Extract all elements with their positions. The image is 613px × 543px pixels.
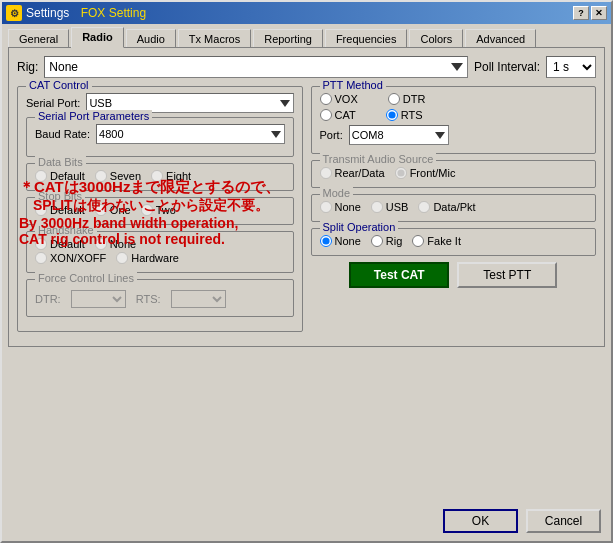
rig-row: Rig: None Poll Interval: 1 s (17, 56, 596, 78)
two-col-layout: CAT Control Serial Port: USB Serial Port… (17, 86, 596, 338)
ptt-dtr[interactable]: DTR (388, 93, 426, 105)
stop-bits-default[interactable]: Default (35, 204, 85, 216)
stop-bits-one[interactable]: One (95, 204, 131, 216)
radio-panel: Rig: None Poll Interval: 1 s CAT Control (8, 47, 605, 347)
rig-label: Rig: (17, 60, 38, 74)
mode-usb[interactable]: USB (371, 201, 409, 213)
force-control-title: Force Control Lines (35, 272, 137, 284)
transmit-audio-title: Transmit Audio Source (320, 153, 437, 165)
serial-params-group: Serial Port Parameters Baud Rate: 4800 (26, 117, 294, 157)
dtr-rts-row: DTR: RTS: (35, 290, 285, 308)
ptt-row2: CAT RTS (320, 109, 588, 121)
data-bits-title: Data Bits (35, 156, 86, 168)
data-bits-eight[interactable]: Eight (151, 170, 191, 182)
title-setting: FOX Setting (81, 6, 146, 20)
data-bits-row: Default Seven Eight (35, 170, 285, 182)
audio-rear-data[interactable]: Rear/Data (320, 167, 385, 179)
ptt-cat[interactable]: CAT (320, 109, 356, 121)
cancel-button[interactable]: Cancel (526, 509, 601, 533)
ptt-row1: VOX DTR (320, 93, 588, 105)
stop-bits-two[interactable]: Two (141, 204, 176, 216)
cat-control-title: CAT Control (26, 79, 92, 91)
split-fake-it[interactable]: Fake It (412, 235, 461, 247)
cat-control-group: CAT Control Serial Port: USB Serial Port… (17, 86, 303, 332)
title-fox: Settings (26, 6, 69, 20)
test-buttons-row: Test CAT Test PTT (311, 262, 597, 288)
ptt-rts[interactable]: RTS (386, 109, 423, 121)
hs-xon[interactable]: XON/XOFF (35, 252, 106, 264)
serial-params-title: Serial Port Parameters (35, 110, 152, 122)
mode-none[interactable]: None (320, 201, 361, 213)
handshake-group: Handshake Default None (26, 231, 294, 273)
ptt-method-group: PTT Method VOX DTR (311, 86, 597, 154)
handshake-row2: XON/XOFF Hardware (35, 252, 285, 264)
port-label: Port: (320, 129, 343, 141)
rts-label: RTS: (136, 293, 161, 305)
handshake-title: Handshake (35, 224, 97, 236)
tab-general[interactable]: General (8, 29, 69, 48)
split-row: None Rig Fake It (320, 235, 588, 247)
audio-source-row: Rear/Data Front/Mic (320, 167, 588, 179)
tab-audio[interactable]: Audio (126, 29, 176, 48)
close-button[interactable]: ✕ (591, 6, 607, 20)
port-row: Port: COM8 (320, 125, 588, 145)
mode-group: Mode None USB (311, 194, 597, 222)
split-operation-title: Split Operation (320, 221, 399, 233)
test-cat-button[interactable]: Test CAT (349, 262, 449, 288)
stop-bits-group: Stop Bits Default One (26, 197, 294, 225)
main-window: ⚙ Settings FOX Setting ? ✕ General Radio… (0, 0, 613, 543)
mode-data-pkt[interactable]: Data/Pkt (418, 201, 475, 213)
serial-port-label: Serial Port: (26, 97, 80, 109)
split-none[interactable]: None (320, 235, 361, 247)
bottom-buttons: OK Cancel (443, 509, 601, 533)
force-control-group: Force Control Lines DTR: RTS: (26, 279, 294, 317)
ptt-vox[interactable]: VOX (320, 93, 358, 105)
port-select[interactable]: COM8 (349, 125, 449, 145)
poll-interval-label: Poll Interval: (474, 60, 540, 74)
tab-bar: General Radio Audio Tx Macros Reporting … (8, 29, 605, 48)
rts-select[interactable] (171, 290, 226, 308)
title-controls: ? ✕ (573, 6, 607, 20)
data-bits-group: Data Bits Default Seven (26, 163, 294, 191)
transmit-audio-group: Transmit Audio Source Rear/Data Front/Mi… (311, 160, 597, 188)
app-icon: ⚙ (6, 5, 22, 21)
baud-label: Baud Rate: (35, 128, 90, 140)
left-column: CAT Control Serial Port: USB Serial Port… (17, 86, 303, 338)
hs-hardware[interactable]: Hardware (116, 252, 179, 264)
split-operation-group: Split Operation None Rig (311, 228, 597, 256)
audio-front-mic[interactable]: Front/Mic (395, 167, 456, 179)
tab-radio[interactable]: Radio (71, 27, 124, 48)
dtr-label: DTR: (35, 293, 61, 305)
hs-none[interactable]: None (95, 238, 136, 250)
ptt-method-title: PTT Method (320, 79, 386, 91)
test-ptt-button[interactable]: Test PTT (457, 262, 557, 288)
baud-select[interactable]: 4800 (96, 124, 284, 144)
mode-row: None USB Data/Pkt (320, 201, 588, 213)
help-button[interactable]: ? (573, 6, 589, 20)
tab-tx-macros[interactable]: Tx Macros (178, 29, 251, 48)
right-column: PTT Method VOX DTR (311, 86, 597, 338)
rig-select[interactable]: None (44, 56, 468, 78)
tab-advanced[interactable]: Advanced (465, 29, 536, 48)
stop-bits-row: Default One Two (35, 204, 285, 216)
tab-reporting[interactable]: Reporting (253, 29, 323, 48)
baud-rate-row: Baud Rate: 4800 (35, 124, 285, 144)
data-bits-seven[interactable]: Seven (95, 170, 141, 182)
data-bits-default[interactable]: Default (35, 170, 85, 182)
title-bar: ⚙ Settings FOX Setting ? ✕ (2, 2, 611, 24)
dtr-select[interactable] (71, 290, 126, 308)
split-rig[interactable]: Rig (371, 235, 403, 247)
poll-interval-select[interactable]: 1 s (546, 56, 596, 78)
mode-title: Mode (320, 187, 354, 199)
hs-default[interactable]: Default (35, 238, 85, 250)
main-content: General Radio Audio Tx Macros Reporting … (2, 24, 611, 353)
tab-frequencies[interactable]: Frequencies (325, 29, 408, 48)
stop-bits-title: Stop Bits (35, 190, 85, 202)
handshake-row1: Default None (35, 238, 285, 250)
ok-button[interactable]: OK (443, 509, 518, 533)
tab-colors[interactable]: Colors (409, 29, 463, 48)
